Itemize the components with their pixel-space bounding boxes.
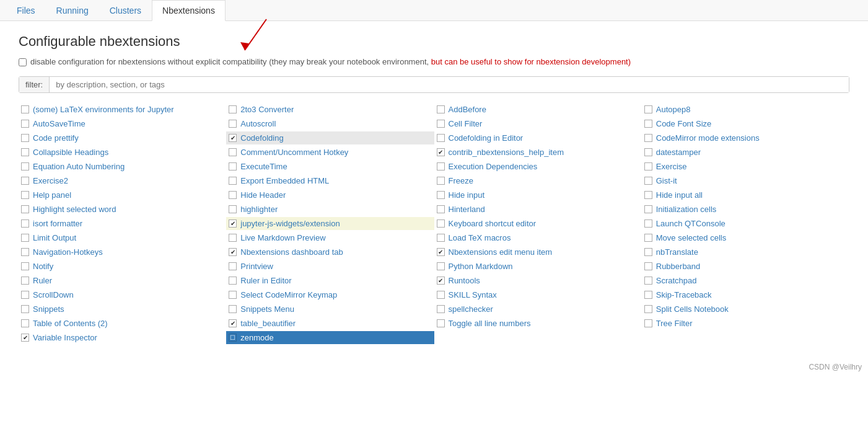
- extension-checkbox[interactable]: [21, 134, 29, 142]
- list-item[interactable]: ✔Nbextensions dashboard tab: [226, 246, 434, 259]
- extension-checkbox[interactable]: [644, 105, 652, 113]
- extension-link[interactable]: Initialization cells: [656, 205, 717, 214]
- extension-checkbox[interactable]: [644, 205, 652, 213]
- extension-checkbox[interactable]: [21, 148, 29, 156]
- extension-link[interactable]: Exercise2: [33, 176, 68, 185]
- extension-link[interactable]: highlighter: [240, 205, 278, 214]
- extension-link[interactable]: SKILL Syntax: [449, 290, 497, 299]
- extension-link[interactable]: Freeze: [449, 176, 473, 185]
- extension-checkbox[interactable]: [644, 162, 652, 171]
- extension-link[interactable]: Snippets: [33, 304, 64, 314]
- extension-link[interactable]: Autopep8: [656, 105, 691, 114]
- list-item[interactable]: Help panel: [19, 188, 226, 202]
- list-item[interactable]: Export Embedded HTML: [226, 174, 434, 187]
- extension-link[interactable]: Navigation-Hotkeys: [33, 247, 103, 257]
- list-item[interactable]: Autoscroll: [226, 117, 434, 130]
- list-item[interactable]: AddBefore: [434, 103, 642, 116]
- extension-checkbox[interactable]: [644, 305, 652, 313]
- extension-link[interactable]: Ruler: [33, 276, 52, 285]
- list-item[interactable]: Exercise2: [19, 174, 226, 187]
- list-item[interactable]: AutoSaveTime: [19, 117, 226, 130]
- extension-checkbox[interactable]: ✔: [229, 248, 237, 256]
- list-item[interactable]: Code prettify: [19, 131, 226, 144]
- list-item[interactable]: datestamper: [642, 146, 849, 159]
- list-item[interactable]: 2to3 Converter: [226, 103, 434, 116]
- list-item[interactable]: [434, 331, 642, 344]
- list-item[interactable]: ☐zenmode: [226, 331, 434, 344]
- extension-link[interactable]: ScrollDown: [33, 290, 74, 299]
- extension-checkbox[interactable]: [437, 319, 445, 327]
- extension-link[interactable]: Variable Inspector: [33, 333, 97, 342]
- extension-link[interactable]: Limit Output: [33, 233, 76, 242]
- extension-checkbox[interactable]: [437, 134, 445, 142]
- list-item[interactable]: highlighter: [226, 203, 434, 216]
- extension-link[interactable]: ExecuteTime: [240, 162, 287, 171]
- extension-checkbox[interactable]: [437, 191, 445, 199]
- extension-checkbox[interactable]: [644, 319, 652, 327]
- extension-link[interactable]: Table of Contents (2): [33, 319, 108, 328]
- extension-checkbox[interactable]: [229, 148, 237, 156]
- list-item[interactable]: Ruler: [19, 274, 226, 287]
- extension-checkbox[interactable]: ☐: [229, 334, 237, 342]
- extension-checkbox[interactable]: [21, 305, 29, 313]
- extension-link[interactable]: Comment/Uncomment Hotkey: [240, 148, 348, 157]
- list-item[interactable]: Cell Filter: [434, 117, 642, 130]
- list-item[interactable]: Notify: [19, 260, 226, 273]
- list-item[interactable]: Move selected cells: [642, 231, 849, 244]
- extension-link[interactable]: Execution Dependencies: [449, 162, 538, 171]
- extension-link[interactable]: Launch QTConsole: [656, 219, 726, 228]
- extension-checkbox[interactable]: [229, 120, 237, 128]
- extension-link[interactable]: Runtools: [449, 276, 480, 285]
- tab-nbextensions[interactable]: Nbextensions: [152, 0, 226, 21]
- list-item[interactable]: Comment/Uncomment Hotkey: [226, 146, 434, 159]
- list-item[interactable]: Highlight selected word: [19, 203, 226, 216]
- extension-checkbox[interactable]: [437, 219, 445, 228]
- extension-checkbox[interactable]: [437, 305, 445, 313]
- extension-checkbox[interactable]: [229, 177, 237, 185]
- extension-link[interactable]: Live Markdown Preview: [240, 233, 325, 242]
- list-item[interactable]: Snippets: [19, 303, 226, 316]
- extension-checkbox[interactable]: ✔: [437, 248, 445, 256]
- extension-checkbox[interactable]: [229, 262, 237, 270]
- list-item[interactable]: CodeMirror mode extensions: [642, 131, 849, 144]
- extension-checkbox[interactable]: [229, 234, 237, 242]
- tab-files[interactable]: Files: [6, 0, 46, 21]
- list-item[interactable]: Select CodeMirror Keymap: [226, 288, 434, 301]
- list-item[interactable]: Code Font Size: [642, 117, 849, 130]
- list-item[interactable]: Snippets Menu: [226, 303, 434, 316]
- extension-link[interactable]: Autoscroll: [240, 119, 276, 128]
- extension-checkbox[interactable]: [21, 162, 29, 171]
- extension-link[interactable]: jupyter-js-widgets/extension: [240, 219, 340, 228]
- list-item[interactable]: Execution Dependencies: [434, 160, 642, 173]
- extension-link[interactable]: Help panel: [33, 190, 71, 200]
- extension-checkbox[interactable]: [229, 291, 237, 299]
- extension-checkbox[interactable]: [229, 277, 237, 285]
- list-item[interactable]: Codefolding in Editor: [434, 131, 642, 144]
- extension-link[interactable]: Hinterland: [449, 205, 485, 214]
- list-item[interactable]: ✔contrib_nbextensions_help_item: [434, 146, 642, 159]
- filter-input[interactable]: [50, 77, 849, 92]
- extension-link[interactable]: datestamper: [656, 148, 701, 157]
- list-item[interactable]: Toggle all line numbers: [434, 317, 642, 330]
- list-item[interactable]: ExecuteTime: [226, 160, 434, 173]
- list-item[interactable]: nbTranslate: [642, 246, 849, 259]
- extension-link[interactable]: (some) LaTeX environments for Jupyter: [33, 105, 174, 114]
- extension-link[interactable]: Equation Auto Numbering: [33, 162, 125, 171]
- extension-checkbox[interactable]: [21, 262, 29, 270]
- list-item[interactable]: (some) LaTeX environments for Jupyter: [19, 103, 226, 116]
- extension-link[interactable]: Nbextensions edit menu item: [449, 247, 553, 257]
- list-item[interactable]: Table of Contents (2): [19, 317, 226, 330]
- extension-checkbox[interactable]: [21, 105, 29, 113]
- extension-checkbox[interactable]: [21, 191, 29, 199]
- list-item[interactable]: Load TeX macros: [434, 231, 642, 244]
- list-item[interactable]: ✔Runtools: [434, 274, 642, 287]
- list-item[interactable]: Gist-it: [642, 174, 849, 187]
- list-item[interactable]: Hide input: [434, 188, 642, 202]
- extension-link[interactable]: table_beautifier: [240, 319, 296, 328]
- list-item[interactable]: Launch QTConsole: [642, 217, 849, 230]
- extension-checkbox[interactable]: [437, 162, 445, 171]
- list-item[interactable]: ScrollDown: [19, 288, 226, 301]
- extension-link[interactable]: Python Markdown: [449, 262, 513, 271]
- list-item[interactable]: Navigation-Hotkeys: [19, 246, 226, 259]
- extension-link[interactable]: contrib_nbextensions_help_item: [449, 148, 564, 157]
